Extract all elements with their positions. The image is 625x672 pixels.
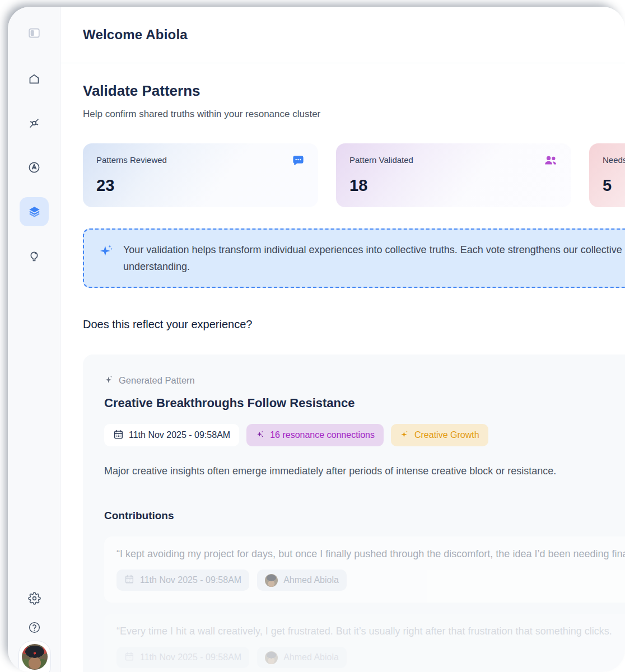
stat-card-patterns-reviewed: Patterns Reviewed 23 xyxy=(83,143,318,207)
contribution-meta: 11th Nov 2025 - 09:58AM Ahmed Abiola xyxy=(116,570,625,591)
contribution-author: Ahmed Abiola xyxy=(283,652,339,662)
banner-text: Your validation helps transform individu… xyxy=(123,241,622,275)
burst-icon xyxy=(255,430,265,441)
stat-card-needs-review: Needs Review 5 xyxy=(589,143,625,207)
resonance-text: 16 resonance connections xyxy=(270,430,375,440)
contribution-date: 11th Nov 2025 - 09:58AM xyxy=(140,575,241,585)
date-text: 11th Nov 2025 - 09:58AM xyxy=(129,430,230,440)
app-window: Welcome Abiola Validate Patterns Help co… xyxy=(8,7,625,672)
banner-line-1: Your validation helps transform individu… xyxy=(123,241,622,258)
stat-label: Patterns Reviewed xyxy=(96,155,305,165)
lightbulb-icon xyxy=(27,249,41,263)
users-icon xyxy=(544,154,558,169)
sidebar-item-insights[interactable] xyxy=(20,241,49,270)
contribution-card: “I kept avoiding my project for days, bu… xyxy=(104,536,625,603)
info-banner: Your validation helps transform individu… xyxy=(83,228,625,288)
calendar-icon xyxy=(113,429,124,442)
pattern-meta-pills: 11th Nov 2025 - 09:58AM 16 resonance con… xyxy=(104,424,625,446)
sidebar-toggle-button[interactable] xyxy=(20,20,49,46)
author-avatar xyxy=(265,574,278,587)
gear-icon xyxy=(28,592,41,605)
sidebar xyxy=(8,7,60,672)
contribution-quote: “I kept avoiding my project for days, bu… xyxy=(116,548,625,560)
help-button[interactable] xyxy=(20,613,49,642)
stat-label: Needs Review xyxy=(603,155,625,165)
contribution-author-chip: Ahmed Abiola xyxy=(257,570,347,591)
contribution-date-chip: 11th Nov 2025 - 09:58AM xyxy=(116,647,249,668)
resonance-pill: 16 resonance connections xyxy=(246,424,384,446)
date-pill: 11th Nov 2025 - 09:58AM xyxy=(104,424,239,446)
home-icon xyxy=(27,72,41,86)
contribution-date-chip: 11th Nov 2025 - 09:58AM xyxy=(116,570,249,591)
sidebar-item-resonance[interactable] xyxy=(20,109,49,138)
contributions-title: Contributions xyxy=(104,510,625,522)
contribution-author-chip: Ahmed Abiola xyxy=(257,647,347,668)
stat-card-pattern-validated: Pattern Validated 18 xyxy=(336,143,571,207)
pattern-card: Generated Pattern Creative Breakthroughs… xyxy=(83,354,625,672)
pen-circle-icon xyxy=(27,161,41,174)
question-text: Does this reflect your experience? xyxy=(83,318,625,331)
topbar: Welcome Abiola xyxy=(60,7,625,63)
message-icon xyxy=(292,154,305,169)
contribution-author: Ahmed Abiola xyxy=(283,575,339,585)
calendar-icon xyxy=(124,651,134,664)
contributions-list: “I kept avoiding my project for days, bu… xyxy=(104,536,625,672)
stat-value: 5 xyxy=(603,176,625,195)
sparkle-icon xyxy=(400,430,409,441)
layers-icon xyxy=(27,205,41,219)
calendar-icon xyxy=(124,574,134,586)
stat-value: 23 xyxy=(96,176,305,195)
generated-pattern-row: Generated Pattern xyxy=(104,375,625,386)
stat-label: Pattern Validated xyxy=(349,155,558,165)
stats-row: Patterns Reviewed 23 Pattern Validated 1… xyxy=(83,143,625,207)
sidebar-item-patterns[interactable] xyxy=(20,197,49,226)
user-avatar-button[interactable] xyxy=(18,641,51,672)
author-avatar xyxy=(265,651,278,664)
contribution-quote: “Every time I hit a wall creatively, I g… xyxy=(116,626,625,637)
page-subtitle: Help confirm shared truths within your r… xyxy=(83,109,625,120)
resonance-spark-icon xyxy=(27,116,41,130)
sparkle-icon xyxy=(104,375,114,386)
contribution-date: 11th Nov 2025 - 09:58AM xyxy=(140,652,241,662)
contribution-meta: 11th Nov 2025 - 09:58AM Ahmed Abiola xyxy=(116,647,625,668)
page-title: Validate Patterns xyxy=(83,82,625,100)
growth-text: Creative Growth xyxy=(414,430,479,440)
settings-button[interactable] xyxy=(20,584,49,613)
sparkle-icon xyxy=(99,243,114,275)
contribution-card: “Every time I hit a wall creatively, I g… xyxy=(104,614,625,672)
sidebar-item-home[interactable] xyxy=(20,64,49,94)
help-icon xyxy=(28,621,41,634)
stat-value: 18 xyxy=(349,176,558,195)
panel-toggle-icon xyxy=(27,26,41,40)
user-avatar xyxy=(22,644,48,670)
growth-pill: Creative Growth xyxy=(391,424,488,446)
banner-line-2: understanding. xyxy=(123,258,622,275)
pattern-title: Creative Breakthroughs Follow Resistance xyxy=(104,396,625,410)
pattern-description: Major creative insights often emerge imm… xyxy=(104,465,625,477)
page-content: Validate Patterns Help confirm shared tr… xyxy=(60,63,625,672)
generated-pattern-label: Generated Pattern xyxy=(119,375,195,386)
main-area: Welcome Abiola Validate Patterns Help co… xyxy=(60,7,625,672)
welcome-title: Welcome Abiola xyxy=(83,27,188,43)
sidebar-item-create[interactable] xyxy=(20,153,49,182)
